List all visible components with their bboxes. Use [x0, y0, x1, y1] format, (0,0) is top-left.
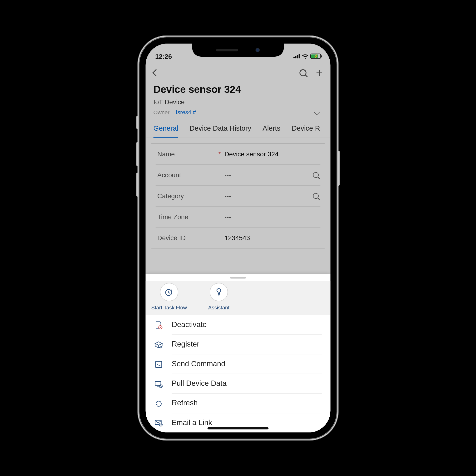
field-value[interactable]: Device sensor 324	[224, 151, 319, 158]
form-row[interactable]: Name*Device sensor 324	[151, 144, 325, 164]
deactivate-icon	[154, 321, 163, 329]
pull-icon	[154, 379, 163, 388]
form-card: Name*Device sensor 324Account---Category…	[151, 143, 325, 249]
phone-frame: 12:26 ⚡ + Device sensor 324 IoT Devi	[139, 37, 337, 438]
lookup-icon[interactable]	[313, 193, 319, 199]
menu-item-label: Register	[172, 340, 322, 354]
tab-device-data-history[interactable]: Device Data History	[190, 125, 251, 138]
menu-item-label: Email a Link	[172, 418, 322, 432]
form-row[interactable]: Time Zone---	[156, 206, 320, 227]
chevron-down-icon[interactable]	[314, 109, 320, 115]
field-label: Device ID	[157, 234, 218, 241]
field-label: Category	[157, 192, 218, 200]
menu-item-label: Send Command	[172, 360, 322, 374]
search-icon[interactable]	[299, 69, 306, 76]
notch	[192, 44, 284, 57]
field-label: Account	[157, 171, 218, 179]
assistant-icon	[210, 283, 228, 301]
phone-side-button	[338, 151, 340, 186]
menu-item-label: Refresh	[172, 399, 322, 413]
svg-rect-2	[156, 361, 162, 368]
field-value[interactable]: ---	[224, 171, 313, 179]
register-icon	[154, 340, 163, 349]
form-row[interactable]: Device ID1234543	[156, 227, 320, 248]
menu-item-email-a-link[interactable]: Email a Link	[146, 413, 331, 432]
owner-value[interactable]: fsres4 #	[176, 109, 196, 116]
menu-item-label: Deactivate	[172, 320, 322, 335]
battery-icon: ⚡	[310, 53, 321, 59]
form-row[interactable]: Account---	[156, 164, 320, 185]
sheet-top-assistant[interactable]: Assistant	[200, 283, 237, 311]
email-icon	[154, 418, 163, 427]
form-row[interactable]: Category---	[156, 185, 320, 206]
required-indicator: *	[219, 151, 221, 158]
signal-icon	[293, 54, 300, 58]
sheet-top-label: Start Task Flow	[151, 305, 187, 311]
sheet-grabber[interactable]	[230, 277, 246, 278]
field-value[interactable]: ---	[224, 213, 319, 221]
owner-label: Owner	[153, 109, 170, 116]
nav-bar: +	[146, 63, 331, 83]
action-sheet[interactable]: Start Task FlowAssistant DeactivateRegis…	[146, 274, 331, 432]
field-value[interactable]: 1234543	[224, 234, 319, 241]
field-value[interactable]: ---	[224, 192, 313, 200]
menu-item-send-command[interactable]: Send Command	[146, 354, 331, 374]
add-icon[interactable]: +	[316, 67, 323, 79]
tab-device-r[interactable]: Device R	[292, 125, 320, 138]
field-label: Time Zone	[157, 213, 218, 221]
task-flow-icon	[160, 283, 178, 301]
menu-item-refresh[interactable]: Refresh	[146, 394, 331, 413]
menu-item-label: Pull Device Data	[172, 379, 322, 394]
field-label: Name	[157, 151, 218, 158]
menu-item-register[interactable]: Register	[146, 335, 331, 354]
sheet-top-start-task-flow[interactable]: Start Task Flow	[151, 283, 187, 311]
tab-alerts[interactable]: Alerts	[262, 125, 280, 138]
menu-item-deactivate[interactable]: Deactivate	[146, 315, 331, 335]
home-indicator[interactable]	[207, 427, 269, 429]
lookup-icon[interactable]	[313, 172, 319, 178]
sheet-top-label: Assistant	[200, 305, 237, 311]
refresh-icon	[154, 399, 163, 408]
phone-side-button	[136, 172, 138, 197]
screen: 12:26 ⚡ + Device sensor 324 IoT Devi	[146, 44, 331, 432]
wifi-icon	[302, 53, 308, 59]
phone-side-button	[136, 142, 138, 166]
page-subtitle: IoT Device	[153, 98, 323, 105]
tabs: GeneralDevice Data HistoryAlertsDevice R	[146, 120, 331, 138]
page-title: Device sensor 324	[153, 84, 323, 95]
command-icon	[154, 360, 163, 369]
menu-item-pull-device-data[interactable]: Pull Device Data	[146, 374, 331, 394]
status-time: 12:26	[155, 52, 172, 60]
tab-general[interactable]: General	[153, 125, 178, 138]
back-button[interactable]	[152, 69, 160, 76]
phone-side-button	[136, 116, 138, 129]
